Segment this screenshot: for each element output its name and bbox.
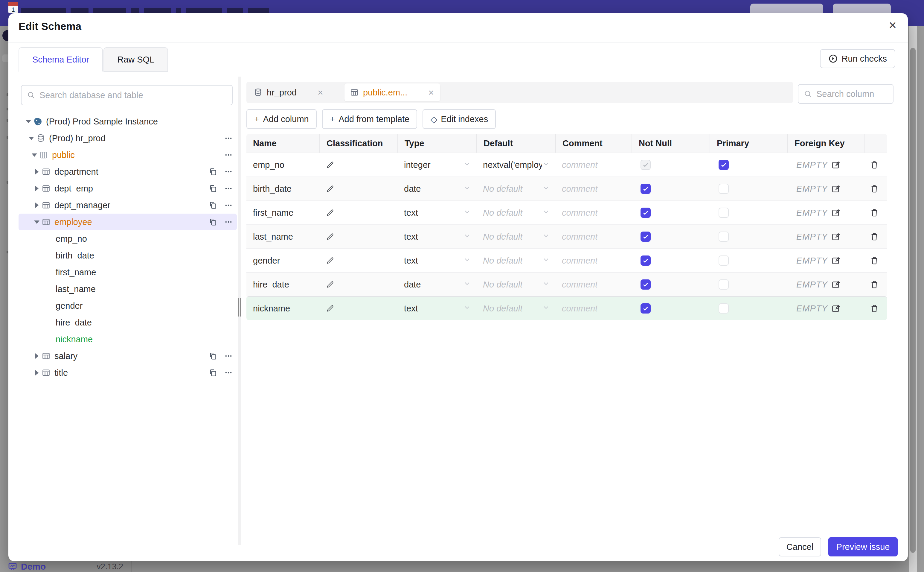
tree-item-column-new[interactable]: nickname: [19, 331, 237, 348]
classification-cell[interactable]: [319, 297, 397, 320]
tree-item-table[interactable]: dept_manager: [19, 197, 237, 214]
comment-input[interactable]: comment: [555, 201, 631, 224]
not-null-checkbox[interactable]: [640, 232, 651, 242]
column-name-cell[interactable]: birth_date: [247, 177, 319, 201]
tree-item-column[interactable]: emp_no: [19, 230, 237, 247]
caret-right-icon[interactable]: [32, 186, 41, 191]
more-icon[interactable]: [224, 368, 233, 377]
copy-icon[interactable]: [209, 168, 217, 176]
not-null-checkbox[interactable]: [640, 184, 651, 194]
default-select[interactable]: No default: [476, 201, 555, 224]
cancel-button[interactable]: Cancel: [779, 537, 821, 556]
more-icon[interactable]: [224, 151, 233, 159]
primary-checkbox[interactable]: [719, 184, 729, 194]
type-select[interactable]: text: [397, 297, 476, 320]
tree-item-table[interactable]: title: [19, 364, 237, 381]
column-name-cell[interactable]: nickname: [247, 297, 319, 320]
edit-icon[interactable]: [831, 184, 840, 193]
classification-cell[interactable]: [319, 249, 397, 272]
pencil-icon[interactable]: [326, 280, 334, 289]
close-icon[interactable]: ×: [889, 19, 896, 32]
tree-item-instance[interactable]: (Prod) Prod Sample Instance: [19, 113, 237, 130]
not-null-checkbox[interactable]: [640, 255, 651, 266]
trash-icon[interactable]: [870, 256, 879, 265]
comment-input[interactable]: comment: [555, 249, 631, 272]
edit-icon[interactable]: [831, 232, 840, 241]
add-from-template-button[interactable]: + Add from template: [322, 109, 417, 129]
copy-icon[interactable]: [209, 352, 217, 360]
caret-down-icon[interactable]: [27, 137, 36, 140]
edit-icon[interactable]: [831, 280, 840, 289]
add-column-button[interactable]: + Add column: [247, 109, 317, 129]
tree-item-column[interactable]: hire_date: [19, 314, 237, 331]
tree-item-schema[interactable]: public: [19, 146, 237, 163]
tab-raw-sql[interactable]: Raw SQL: [104, 47, 168, 72]
column-search-input[interactable]: Search column: [798, 84, 893, 104]
default-select[interactable]: No default: [476, 249, 555, 272]
not-null-checkbox[interactable]: [640, 303, 651, 314]
tab-schema-editor[interactable]: Schema Editor: [19, 47, 103, 72]
more-icon[interactable]: [224, 168, 233, 176]
pencil-icon[interactable]: [326, 208, 334, 217]
caret-down-icon[interactable]: [32, 221, 41, 224]
default-select[interactable]: No default: [476, 273, 555, 296]
caret-down-icon[interactable]: [30, 154, 39, 157]
trash-icon[interactable]: [870, 208, 879, 217]
edit-icon[interactable]: [831, 208, 840, 217]
type-select[interactable]: text: [397, 249, 476, 272]
classification-cell[interactable]: [319, 177, 397, 201]
column-name-cell[interactable]: last_name: [247, 225, 319, 248]
caret-right-icon[interactable]: [32, 169, 41, 174]
edit-indexes-button[interactable]: ◇ Edit indexes: [423, 109, 496, 129]
classification-cell[interactable]: [319, 273, 397, 296]
pencil-icon[interactable]: [326, 304, 334, 312]
comment-input[interactable]: comment: [555, 177, 631, 201]
default-select[interactable]: No default: [476, 225, 555, 248]
caret-right-icon[interactable]: [32, 202, 41, 208]
more-icon[interactable]: [224, 134, 233, 142]
copy-icon[interactable]: [209, 201, 217, 210]
tree-item-table[interactable]: department: [19, 163, 237, 180]
classification-cell[interactable]: [319, 225, 397, 248]
primary-checkbox[interactable]: [719, 280, 729, 289]
column-name-cell[interactable]: hire_date: [247, 273, 319, 296]
caret-right-icon[interactable]: [32, 353, 41, 359]
demo-link[interactable]: Demo: [8, 561, 46, 572]
tree-item-table-selected[interactable]: employee: [19, 214, 237, 230]
type-select[interactable]: text: [397, 225, 476, 248]
trash-icon[interactable]: [870, 184, 879, 193]
close-tab-icon[interactable]: ×: [318, 87, 323, 98]
trash-icon[interactable]: [870, 280, 879, 289]
tree-item-table[interactable]: salary: [19, 348, 237, 364]
copy-icon[interactable]: [209, 368, 217, 377]
edit-icon[interactable]: [831, 304, 840, 313]
editor-tab-hr-prod[interactable]: hr_prod ×: [248, 84, 341, 101]
trash-icon[interactable]: [870, 304, 879, 313]
column-name-cell[interactable]: emp_no: [247, 153, 319, 177]
copy-icon[interactable]: [209, 184, 217, 193]
trash-icon[interactable]: [870, 232, 879, 241]
comment-input[interactable]: comment: [555, 225, 631, 248]
classification-cell[interactable]: [319, 153, 397, 177]
pencil-icon[interactable]: [326, 232, 334, 241]
more-icon[interactable]: [224, 352, 233, 360]
trash-icon[interactable]: [870, 160, 879, 169]
tree-item-column[interactable]: birth_date: [19, 247, 237, 264]
column-name-cell[interactable]: gender: [247, 249, 319, 272]
tree-item-column[interactable]: first_name: [19, 264, 237, 281]
caret-right-icon[interactable]: [32, 370, 41, 375]
not-null-checkbox[interactable]: [640, 160, 651, 170]
pencil-icon[interactable]: [326, 256, 334, 265]
more-icon[interactable]: [224, 184, 233, 193]
comment-input[interactable]: comment: [555, 153, 631, 177]
column-name-cell[interactable]: first_name: [247, 201, 319, 224]
primary-checkbox[interactable]: [719, 303, 729, 314]
primary-checkbox[interactable]: [719, 255, 729, 266]
type-select[interactable]: text: [397, 201, 476, 224]
primary-checkbox[interactable]: [719, 232, 729, 242]
tree-item-column[interactable]: gender: [19, 297, 237, 314]
browser-scrollbar-thumb[interactable]: [910, 48, 916, 553]
close-tab-icon[interactable]: ×: [428, 87, 434, 98]
pencil-icon[interactable]: [326, 185, 334, 193]
classification-cell[interactable]: [319, 201, 397, 224]
